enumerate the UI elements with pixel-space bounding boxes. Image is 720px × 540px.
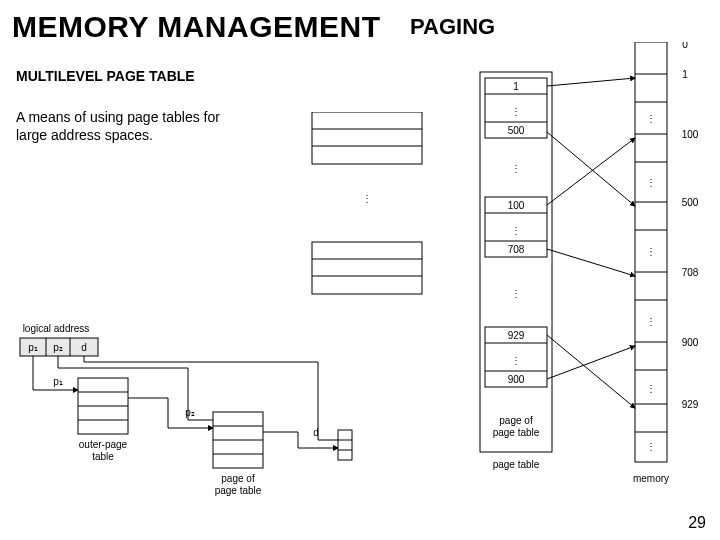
la-d: d — [81, 342, 87, 353]
la-p2: p₂ — [53, 342, 63, 353]
outer-page-label-1: outer-page — [79, 439, 128, 450]
page-of-pt-label-b: page table — [215, 485, 262, 496]
mem-tick-100: 100 — [682, 129, 699, 140]
svg-rect-32 — [312, 242, 422, 294]
pt-entry-708: 708 — [508, 244, 525, 255]
mid-vdots: ⋮ — [362, 193, 372, 204]
mem-tick-0: 0 — [682, 42, 688, 50]
outer-page-label-2: table — [92, 451, 114, 462]
svg-rect-46 — [338, 430, 352, 460]
pt-vdots-gap1: ⋮ — [511, 163, 521, 174]
svg-rect-29 — [312, 112, 422, 164]
arrow-d-label: d — [313, 427, 319, 438]
la-p1: p₁ — [28, 342, 38, 353]
page-of-pt-label-1: page of — [499, 415, 533, 426]
pt-entry-900: 900 — [508, 374, 525, 385]
logical-address-diagram: logical address p₁ p₂ d p₁ outer-page ta… — [18, 320, 358, 520]
section-body: A means of using page tables for large a… — [16, 108, 226, 144]
svg-text:⋮: ⋮ — [646, 246, 656, 257]
memory-column: ⋮ ⋮ ⋮ ⋮ ⋮ ⋮ 0 1 100 500 708 900 929 memo… — [633, 42, 699, 484]
mem-tick-708: 708 — [682, 267, 699, 278]
page-table-label: page table — [493, 459, 540, 470]
svg-text:⋮: ⋮ — [646, 383, 656, 394]
pt-vdots-gap2: ⋮ — [511, 288, 521, 299]
pt-entry-929: 929 — [508, 330, 525, 341]
page-of-pt-label-2: page table — [493, 427, 540, 438]
page-subtitle-right: PAGING — [410, 14, 495, 40]
pt-to-memory-arrows — [547, 78, 635, 408]
mem-tick-900: 900 — [682, 337, 699, 348]
pt-entry-100: 100 — [508, 200, 525, 211]
memory-label: memory — [633, 473, 669, 484]
arrow-p2-label: p₂ — [185, 407, 195, 418]
svg-text:⋮: ⋮ — [646, 113, 656, 124]
mem-tick-500: 500 — [682, 197, 699, 208]
page-of-pt-label-a: page of — [221, 473, 255, 484]
pt-entry-500: 500 — [508, 125, 525, 136]
svg-text:⋮: ⋮ — [646, 441, 656, 452]
pt-vdots-3: ⋮ — [511, 355, 521, 366]
mem-tick-929: 929 — [682, 399, 699, 410]
arrow-p1-label: p₁ — [53, 376, 63, 387]
pt-vdots-1: ⋮ — [511, 106, 521, 117]
pt-entry-1: 1 — [513, 81, 519, 92]
section-heading: MULTILEVEL PAGE TABLE — [16, 68, 195, 84]
mem-tick-1: 1 — [682, 69, 688, 80]
page-table-column: 1 ⋮ 500 ⋮ 100 ⋮ 708 ⋮ 929 ⋮ 900 page of … — [480, 72, 552, 470]
page-title: MEMORY MANAGEMENT — [12, 10, 381, 44]
svg-text:⋮: ⋮ — [646, 177, 656, 188]
pt-vdots-2: ⋮ — [511, 225, 521, 236]
page-table-memory-diagram: 1 ⋮ 500 ⋮ 100 ⋮ 708 ⋮ 929 ⋮ 900 page of … — [460, 42, 720, 522]
logical-address-label: logical address — [23, 323, 90, 334]
svg-text:⋮: ⋮ — [646, 316, 656, 327]
